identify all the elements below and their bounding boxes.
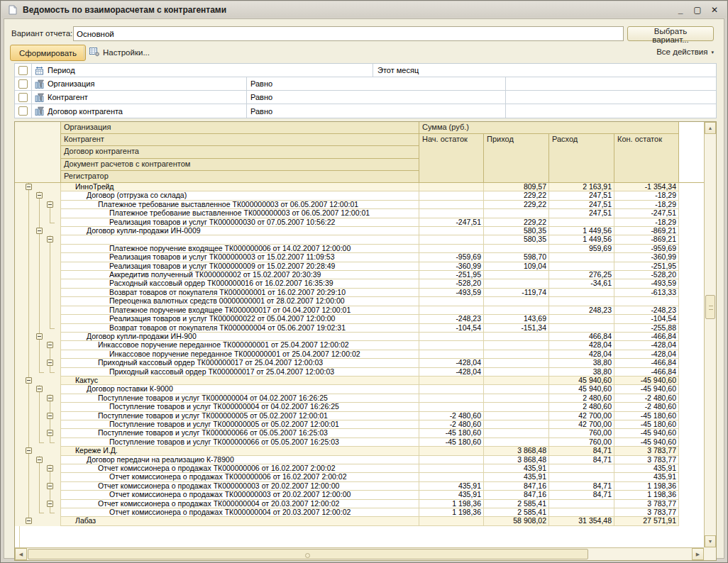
row-value[interactable]: -18,29 (614, 201, 679, 209)
report-row[interactable]: Отчет комиссионера о продажах ТК00000000… (15, 508, 704, 517)
row-value[interactable] (419, 473, 484, 481)
row-value[interactable]: 3 783,77 (614, 447, 679, 455)
row-value[interactable]: 466,84 (549, 333, 614, 341)
row-value[interactable] (484, 245, 549, 253)
row-value[interactable]: 760,00 (549, 438, 614, 447)
row-value[interactable]: 84,71 (549, 482, 614, 491)
filter-row[interactable]: ОрганизацияРавно (15, 77, 716, 91)
row-value[interactable] (419, 394, 484, 403)
row-value[interactable] (549, 218, 614, 227)
row-value[interactable]: -428,04 (419, 368, 484, 377)
row-value[interactable]: -45 180,60 (614, 420, 679, 429)
filter-row[interactable]: ПериодЭтот месяц (15, 64, 716, 77)
row-value[interactable]: 42 700,00 (549, 412, 614, 420)
row-value[interactable]: -45 940,60 (614, 377, 679, 385)
collapse-box-icon[interactable] (36, 192, 43, 199)
row-value[interactable]: -18,29 (614, 191, 679, 200)
row-value[interactable]: -2 480,60 (614, 394, 679, 403)
report-row[interactable]: Возврат товаров от покупателя ТК00000000… (15, 324, 704, 333)
row-value[interactable] (419, 464, 484, 473)
report-row[interactable]: Договор (отгрузка со склада)229,22247,51… (15, 191, 704, 200)
row-value[interactable]: 1 198,36 (614, 491, 679, 499)
row-value[interactable]: 276,25 (549, 271, 614, 279)
row-value[interactable] (549, 315, 614, 323)
scroll-up-icon[interactable]: ▲ (705, 122, 716, 134)
filter-checkbox[interactable] (18, 66, 28, 75)
report-row[interactable]: Лабаз58 908,0231 354,4827 571,91 (15, 517, 704, 525)
report-row[interactable]: Кереже И.Д.3 868,4884,713 783,77 (15, 447, 704, 455)
row-value[interactable]: -493,59 (419, 289, 484, 297)
report-row[interactable]: Реализация товаров и услуг ТК000000003 о… (15, 253, 704, 262)
row-label[interactable]: Инкассовое поручение переданное ТК000000… (61, 350, 419, 359)
row-label[interactable]: Реализация товаров и услуг ТК000000030 о… (61, 218, 419, 227)
maximize-icon[interactable]: ▢ (693, 5, 702, 15)
row-value[interactable]: -2 480,60 (614, 403, 679, 411)
collapse-box-icon[interactable] (36, 457, 43, 463)
row-value[interactable]: -45 180,60 (614, 412, 679, 420)
collapse-box-icon[interactable] (47, 236, 53, 243)
row-label[interactable]: Договор поставки К-9000 (61, 385, 419, 394)
horizontal-scrollbar[interactable]: ◀ ▶ (15, 547, 704, 560)
row-label[interactable]: Платежное поручение входящее ТК000000017… (61, 306, 419, 315)
row-value[interactable]: 435,91 (614, 464, 679, 473)
report-row[interactable]: Инкассовое поручение переданное ТК000000… (15, 341, 704, 350)
filter-name[interactable]: Договор контрагента (32, 104, 247, 118)
collapse-box-icon[interactable] (47, 501, 53, 507)
row-value[interactable] (484, 341, 549, 350)
filter-checkbox[interactable] (18, 106, 28, 116)
scroll-right-icon[interactable]: ▶ (692, 548, 704, 560)
filter-name[interactable]: Контрагент (32, 91, 247, 104)
row-value[interactable]: 760,00 (549, 429, 614, 437)
filter-value[interactable]: Этот месяц (373, 64, 716, 77)
row-value[interactable]: 435,91 (419, 482, 484, 491)
filter-condition[interactable]: Равно (247, 77, 506, 90)
row-value[interactable] (419, 245, 484, 253)
report-row[interactable]: Возврат товаров от покупателя ТК00000000… (15, 289, 704, 297)
row-value[interactable] (419, 350, 484, 359)
report-row[interactable]: Приходный кассовый ордер ТК000000017 от … (15, 359, 704, 367)
row-value[interactable]: -251,95 (614, 262, 679, 271)
row-value[interactable]: 45 940,60 (549, 385, 614, 394)
row-value[interactable]: 598,70 (484, 253, 549, 262)
row-value[interactable]: 248,23 (549, 306, 614, 315)
report-row[interactable]: Расходный кассовый ордер ТК000000016 от … (15, 279, 704, 288)
row-value[interactable] (549, 262, 614, 271)
row-value[interactable] (484, 279, 549, 288)
row-value[interactable]: 31 354,48 (549, 517, 614, 525)
row-value[interactable] (549, 473, 614, 481)
filter-checkbox[interactable] (18, 79, 28, 89)
report-row[interactable]: Отчет комиссионера о продажах ТК00000000… (15, 464, 704, 473)
row-label[interactable]: Поступление товаров и услуг ТК000000005 … (61, 420, 419, 429)
row-value[interactable] (549, 289, 614, 297)
filter-value[interactable] (506, 77, 716, 90)
row-value[interactable]: -428,04 (614, 350, 679, 359)
row-value[interactable]: 847,16 (484, 491, 549, 499)
row-value[interactable]: 3 868,48 (484, 447, 549, 455)
row-label[interactable]: Инкассовое поручение переданное ТК000000… (61, 341, 419, 350)
row-value[interactable]: -959,69 (614, 245, 679, 253)
row-value[interactable]: -959,69 (419, 253, 484, 262)
filter-condition[interactable]: Равно (247, 91, 506, 104)
horizontal-scroll-thumb[interactable] (28, 549, 588, 559)
report-row[interactable]: Договор передачи на реализацию К-789003 … (15, 456, 704, 464)
report-row[interactable]: Договор купли-продажи ИН-900466,84-466,8… (15, 333, 704, 341)
row-value[interactable]: -119,74 (484, 289, 549, 297)
report-row[interactable]: ИнноТрейд809,572 163,91-1 354,34 (15, 183, 704, 191)
row-label[interactable]: Расходный кассовый ордер ТК000000016 от … (61, 279, 419, 288)
collapse-box-icon[interactable] (26, 518, 32, 524)
row-label[interactable]: Отчет комиссионера о продажах ТК00000000… (61, 473, 419, 481)
row-label[interactable]: Лабаз (61, 517, 419, 525)
row-value[interactable]: 45 940,60 (549, 377, 614, 385)
row-value[interactable] (419, 377, 484, 385)
minimize-icon[interactable]: _ (675, 5, 685, 15)
row-value[interactable] (484, 306, 549, 315)
filter-name[interactable]: Период (32, 64, 373, 77)
row-value[interactable]: -360,99 (614, 253, 679, 262)
collapse-box-icon[interactable] (47, 413, 53, 419)
row-value[interactable]: 1 198,36 (614, 482, 679, 491)
row-value[interactable]: -248,23 (614, 306, 679, 315)
row-value[interactable] (549, 500, 614, 508)
row-value[interactable] (484, 403, 549, 411)
vertical-scroll-thumb[interactable] (705, 295, 715, 319)
collapse-box-icon[interactable] (36, 333, 43, 340)
